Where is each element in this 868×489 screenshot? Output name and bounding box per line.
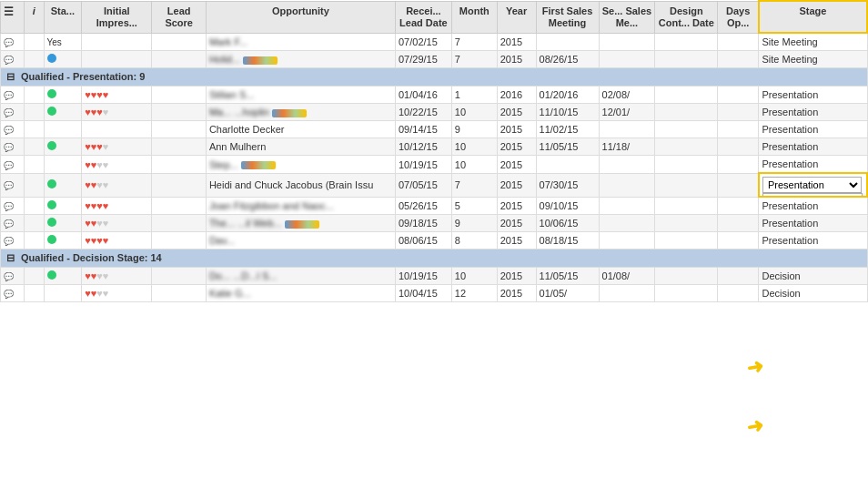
received-date-value: 07/29/15 (399, 54, 438, 65)
cell-received-date: 07/05/15 (395, 173, 451, 197)
col-header-recei[interactable]: Recei... Lead Date (395, 1, 451, 33)
cell-stage[interactable]: Presentation (759, 87, 867, 104)
menu-icon[interactable]: ☰ (4, 5, 14, 18)
cell-days-open (718, 173, 759, 197)
col-header-month[interactable]: Month (451, 1, 497, 33)
cell-month: 7 (451, 173, 497, 197)
row-icon[interactable]: 💬 (4, 181, 14, 190)
row-icon[interactable]: 💬 (4, 272, 14, 281)
cell-opportunity[interactable]: Do... ...D...l S... (206, 268, 395, 285)
first-sales-value: 11/05/15 (540, 270, 579, 281)
cell-opportunity[interactable]: Joan Fitzgibbon and Naoc... (206, 197, 395, 215)
cell-stage[interactable]: Site Meeting (759, 51, 867, 68)
cell-initial-impressions (82, 51, 152, 68)
cell-stage[interactable]: Presentation (759, 121, 867, 138)
cell-second-sales-meeting (599, 232, 655, 250)
cell-stage[interactable]: Decision (759, 268, 867, 285)
cell-opportunity[interactable]: Step... (206, 156, 395, 174)
cell-design-contract-date (655, 232, 718, 250)
cell-stage[interactable]: Presentation (759, 156, 867, 174)
stage-select[interactable]: Presentation (762, 177, 862, 193)
cell-star (25, 173, 44, 197)
row-icon[interactable]: 💬 (4, 38, 14, 47)
col-header-lead[interactable]: Lead Score (152, 1, 206, 33)
year-value: 2015 (500, 270, 522, 281)
cell-stage[interactable]: Presentation (759, 215, 867, 232)
col-header-status[interactable]: Sta... (44, 1, 82, 33)
col-header-first[interactable]: First Sales Meeting (536, 1, 599, 33)
cell-lead-score (152, 197, 206, 215)
cell-initial-impressions: ♥♥♥♥ (82, 197, 152, 215)
cell-year: 2015 (497, 285, 536, 302)
cell-second-sales-meeting (599, 156, 655, 174)
cell-star (25, 285, 44, 302)
group-label: ⊟ Qualified - Presentation: 9 (1, 68, 868, 87)
cell-received-date: 07/02/15 (395, 33, 451, 51)
cell-stage[interactable]: Presentation (759, 138, 867, 156)
first-sales-value: 11/02/15 (540, 124, 579, 135)
row-icon[interactable]: 💬 (4, 143, 14, 152)
table-header-row: ☰ i Sta... Initial Impres... Lead Score … (1, 1, 868, 33)
cell-star (25, 232, 44, 250)
cell-stage[interactable]: Presentation (759, 197, 867, 215)
dropdown-item-raw[interactable]: Raw (763, 194, 862, 197)
row-icon[interactable]: 💬 (4, 126, 14, 135)
group-collapse-icon[interactable]: ⊟ (6, 71, 15, 82)
year-value: 2015 (500, 107, 522, 117)
cell-status: Yes (44, 33, 82, 51)
row-icon[interactable]: 💬 (4, 56, 14, 65)
col-header-year[interactable]: Year (497, 1, 536, 33)
row-icon[interactable]: 💬 (4, 237, 14, 246)
row-icon[interactable]: 💬 (4, 202, 14, 211)
cell-stage[interactable]: Presentation Raw Site Meeting Presentati… (759, 173, 867, 197)
cell-lead-score (152, 104, 206, 121)
cell-opportunity[interactable]: Heidi and Chuck Jacobus (Brain Issu (206, 173, 395, 197)
cell-opportunity[interactable]: The... ...il Web... (206, 215, 395, 232)
cell-status (44, 121, 82, 138)
cell-opportunity[interactable]: Mark F... (206, 33, 395, 51)
cell-initial-impressions: ♥♥♥♥ (82, 285, 152, 302)
cell-days-open (718, 138, 759, 156)
cell-opportunity[interactable]: Ann Mulhern (206, 138, 395, 156)
stage-value: Site Meeting (762, 54, 817, 65)
cell-opportunity[interactable]: Ma... ...hoplin (206, 104, 395, 121)
cell-stage[interactable]: Decision (759, 285, 867, 302)
col-header-se[interactable]: Se... Sales Me... (599, 1, 655, 33)
cell-month: 7 (451, 33, 497, 51)
col-header-design[interactable]: Design Cont... Date (655, 1, 718, 33)
group-collapse-icon[interactable]: ⊟ (6, 252, 15, 263)
cell-icons: 💬 (1, 268, 25, 285)
cell-stage[interactable]: Presentation (759, 232, 867, 250)
cell-month: 9 (451, 215, 497, 232)
first-sales-value: 01/05/ (540, 288, 568, 299)
cell-opportunity[interactable]: Katie G... (206, 285, 395, 302)
cell-opportunity[interactable]: Holid... (206, 51, 395, 68)
month-value: 7 (455, 54, 460, 65)
col-header-initial[interactable]: Initial Impres... (82, 1, 152, 33)
cell-stage[interactable]: Site Meeting (759, 33, 867, 51)
received-date-value: 10/22/15 (399, 107, 438, 117)
cell-initial-impressions: ♥♥♥♥ (82, 138, 152, 156)
cell-icons: 💬 (1, 51, 25, 68)
cell-opportunity[interactable]: Dav... (206, 232, 395, 250)
row-icon[interactable]: 💬 (4, 108, 14, 117)
table-row: 💬♥♥♥♥Dav...08/06/158201508/18/15Presenta… (1, 232, 868, 250)
row-icon[interactable]: 💬 (4, 91, 14, 100)
cell-opportunity[interactable]: Charlotte Decker (206, 121, 395, 138)
year-value: 2015 (500, 235, 522, 246)
cell-days-open (718, 268, 759, 285)
cell-received-date: 07/29/15 (395, 51, 451, 68)
cell-opportunity[interactable]: Stilian S... (206, 87, 395, 104)
cell-stage[interactable]: Presentation (759, 104, 867, 121)
first-sales-value: 11/10/15 (540, 107, 579, 117)
cell-month: 9 (451, 121, 497, 138)
col-header-stage[interactable]: Stage (759, 1, 867, 33)
col-header-days[interactable]: Days Op... (718, 1, 759, 33)
col-header-opp[interactable]: Opportunity (206, 1, 395, 33)
row-icon[interactable]: 💬 (4, 290, 14, 299)
cell-design-contract-date (655, 268, 718, 285)
col-label-stage: Stage (800, 5, 827, 16)
first-sales-value: 08/26/15 (540, 54, 579, 65)
row-icon[interactable]: 💬 (4, 161, 14, 170)
row-icon[interactable]: 💬 (4, 219, 14, 229)
